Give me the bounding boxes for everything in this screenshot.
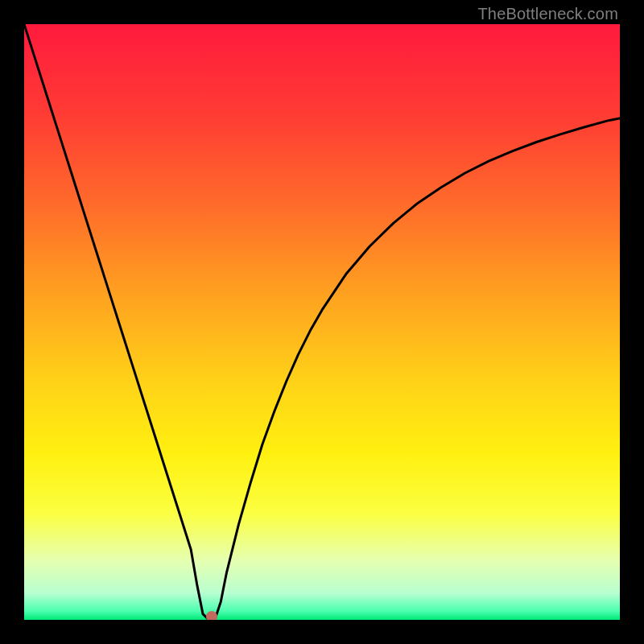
bottleneck-curve xyxy=(24,24,620,620)
chart-container: TheBottleneck.com xyxy=(0,0,644,644)
minimum-point-marker xyxy=(206,611,217,620)
curve-layer xyxy=(24,24,620,620)
plot-area xyxy=(24,24,620,620)
watermark-text: TheBottleneck.com xyxy=(477,5,618,23)
